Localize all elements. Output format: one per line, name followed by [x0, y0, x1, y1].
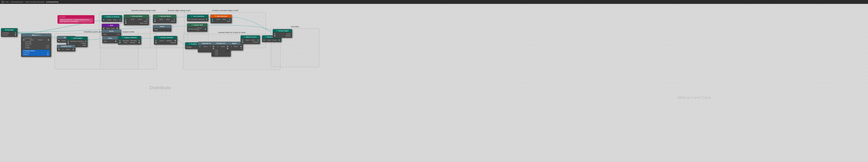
top-bar: Cube › GeometryNodes › Ramp Sorting Tech… — [0, 0, 868, 4]
author-value: Stephan Kaltenmar <squelleton@gmail.com>… — [59, 18, 93, 23]
join-geometry-body: Geometry Geometry — [187, 18, 208, 21]
extrude-mesh-y-header: Extrude Mesh — [124, 15, 149, 18]
index-body: Index — [102, 40, 118, 43]
vector-y-body: Value 1.000 — [102, 33, 121, 36]
convex-hull-body: Geometry Convex Hull — [187, 27, 207, 32]
index-node[interactable]: Index Index — [102, 37, 118, 43]
extrude-mesh-z-body: Mesh Mesh Offset — [153, 18, 176, 23]
author-label: ✦ Author — [59, 16, 93, 18]
combine-xyz-dist-node[interactable]: Combine XYZ X Vector — [57, 45, 75, 51]
pts-to-verts-body: Points Mesh — [102, 18, 122, 22]
points-to-vertices-node[interactable]: Points to Vertices Points Mesh — [102, 15, 122, 22]
vector-z-header: Vector — [153, 25, 171, 28]
vector-y-node[interactable]: Vector Value 1.000 — [102, 30, 121, 36]
mesh-boolean-body: Union Mesh Mesh — [211, 18, 231, 23]
pts-to-verts-header: Points to Vertices — [102, 15, 122, 18]
transfer-attribute-header: Transfer Attribute — [154, 36, 177, 39]
transfer-attribute-body: Source Attribute Attribute — [154, 39, 177, 44]
vector-z-node[interactable]: Vector Value — [153, 25, 172, 32]
extrude-mesh-y-body: Mesh Mesh Offset Offset Scale — [124, 18, 149, 25]
map-to-01-body: ▼ Map Range Value Result From Min From M… — [21, 37, 51, 57]
app-icon — [2, 1, 4, 3]
group-combine-label: Combine extruded edges & hull — [212, 9, 238, 11]
mesh-to-curve-header: Mesh to Curve — [241, 36, 260, 38]
breadcrumb-technique[interactable]: Ramp Sorting Technique — [25, 1, 44, 3]
mesh-boolean-node[interactable]: Mesh Boolean Union Mesh Mesh — [210, 14, 232, 23]
group-convert-label: Convert mesh on X-axis to curve — [218, 32, 245, 33]
equal-header: Equal — [226, 42, 243, 45]
set-position-header: Set Position — [66, 37, 88, 40]
join-geometry-node[interactable]: Join Geometry Geometry Geometry — [187, 14, 209, 22]
group-input-body: Geometry Sort key — [1, 31, 17, 37]
map-to-01-header: Map to 0 - 1 — [21, 34, 51, 37]
capture-attribute-node[interactable]: Capture Attribute Geometry Geometry Valu… — [118, 36, 141, 45]
group-output-node[interactable]: Group Output Source Attribute — [273, 29, 292, 38]
extrude-mesh-y-node[interactable]: Extrude Mesh Mesh Mesh Offset Offset Sca… — [124, 14, 149, 25]
combine-xyz-dist-body: X Vector — [57, 48, 75, 51]
mesh-boolean-header: Mesh Boolean — [211, 15, 231, 18]
capture-attribute-body: Geometry Geometry Value Attribute — [118, 39, 141, 44]
reverse-curve-body: Curve Curve — [262, 38, 281, 42]
vector-y-header: Vector — [102, 30, 121, 33]
convex-hull-header: Convex Hull — [187, 24, 207, 27]
map-to-01-group[interactable]: Map to 0 - 1 ▼ Map Range Value Result Fr… — [21, 33, 51, 57]
equal-body: A Result B — [226, 45, 243, 50]
node-canvas[interactable]: ✦ Author Stephan Kaltenmar <squelleton@g… — [0, 4, 868, 162]
group-extrude-z-label: Extrude edges along Z-axis — [168, 9, 190, 11]
vector-z-body: Value — [153, 28, 171, 32]
convex-hull-node[interactable]: Convex Hull Geometry Convex Hull — [187, 23, 208, 32]
extrude-mesh-z-header: Extrude Mesh — [153, 15, 176, 18]
extrude-mesh-z-node[interactable]: Extrude Mesh Mesh Mesh Offset — [153, 14, 176, 23]
mesh-to-curve-watermark: Mesh to Curve Curve — [678, 95, 711, 99]
add-header: Add — [102, 24, 119, 27]
join-geometry-header: Join Geometry — [187, 15, 208, 18]
mesh-to-curve-node[interactable]: Mesh to Curve Mesh Curve Selection — [241, 35, 260, 44]
breadcrumb: Cube › GeometryNodes › Ramp Sorting Tech… — [5, 1, 58, 3]
group-extrude-y-label: Extrude vertices along Y-axis — [131, 9, 156, 11]
combine-xyz-dist-header: Combine XYZ — [57, 45, 75, 48]
group-output-header: Group Output — [273, 29, 292, 32]
distribute-watermark: Distribute — [149, 85, 171, 90]
group-input-node[interactable]: Group Input Geometry Sort key — [1, 28, 18, 37]
breadcrumb-cube[interactable]: Cube — [5, 1, 9, 3]
socket-geometry-out — [15, 32, 16, 34]
mesh-to-curve-body: Mesh Curve Selection — [241, 38, 260, 44]
socket-sortkey-out — [15, 34, 16, 36]
group-output-body: Source Attribute — [273, 32, 292, 38]
breadcrumb-current: Q-RampSorting — [46, 1, 58, 3]
capture-attribute-header: Capture Attribute — [118, 36, 141, 39]
group-capture-label: Capture Index — [123, 31, 134, 33]
group-input-header: Group Input — [1, 28, 17, 31]
breadcrumb-geonodes[interactable]: GeometryNodes — [11, 1, 24, 3]
group-getindex-label: Get index — [291, 26, 299, 28]
index-header: Index — [102, 37, 118, 40]
transfer-attribute-node[interactable]: Transfer Attribute Source Attribute Attr… — [154, 36, 177, 45]
author-node: ✦ Author Stephan Kaltenmar <squelleton@g… — [58, 15, 94, 24]
